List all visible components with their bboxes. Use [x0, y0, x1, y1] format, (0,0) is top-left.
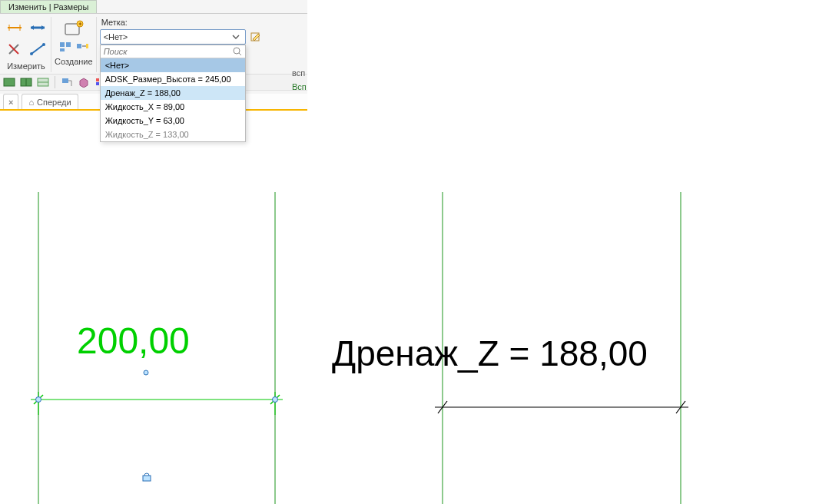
ribbon-group-create: ✦ Создание	[51, 17, 97, 72]
svg-point-41	[144, 370, 148, 375]
create-component-icon[interactable]: ✦	[61, 18, 86, 38]
right-hint: всп Всп	[292, 66, 307, 94]
drawing-canvas[interactable]: 200,00 Дренаж_Z = 188,00	[0, 169, 819, 504]
right-hint-line1: всп	[292, 66, 307, 80]
dimension-left[interactable]: 200,00	[31, 192, 283, 504]
linear-dimension-icon[interactable]	[28, 18, 48, 37]
home-icon: ⌂	[28, 98, 34, 107]
svg-point-9	[30, 52, 33, 55]
dropdown-item-none[interactable]: <Нет>	[101, 58, 245, 72]
dimension-right: Дренаж_Z = 188,00	[332, 192, 688, 504]
view-tab-front[interactable]: ⌂ Спереди	[22, 94, 78, 109]
diagonal-measure-icon[interactable]	[28, 40, 48, 58]
svg-rect-15	[66, 42, 71, 47]
svg-point-10	[42, 43, 45, 46]
svg-rect-22	[4, 78, 15, 86]
ribbon-group-measure: Измерить	[2, 17, 51, 72]
dropdown-item-zhy[interactable]: Жидкость_Y = 63,00	[101, 114, 245, 128]
dropdown-item-adsk[interactable]: ADSK_Размер_Высота = 245,00	[101, 72, 245, 86]
dim-right-text: Дренаж_Z = 188,00	[332, 333, 648, 373]
unpin-icon[interactable]	[5, 40, 25, 58]
dropdown-item-zhx[interactable]: Жидкость_X = 89,00	[101, 100, 245, 114]
view-tab-label: Спереди	[37, 98, 71, 107]
label-panel-title: Метка:	[100, 17, 303, 29]
group-label-create: Создание	[55, 55, 93, 66]
dropdown-list: <Нет> ADSK_Размер_Высота = 245,00 Дренаж…	[101, 58, 245, 141]
svg-rect-30	[96, 82, 99, 85]
qat-separator	[55, 76, 55, 88]
label-dropdown-value[interactable]: <Нет>	[100, 29, 246, 45]
close-icon: ×	[8, 98, 13, 107]
svg-rect-18	[86, 44, 88, 48]
qat-paint-icon[interactable]	[59, 75, 75, 89]
dropdown-item-zhz[interactable]: Жидкость_Z = 133,00	[101, 128, 245, 141]
qat-view-icon[interactable]	[2, 75, 17, 89]
create-group-icon[interactable]	[58, 40, 73, 54]
qat-view2-icon[interactable]	[18, 75, 34, 89]
search-icon	[233, 47, 242, 56]
qat-cube-icon[interactable]	[76, 75, 91, 89]
label-dropdown[interactable]: <Нет> <Нет>	[100, 29, 246, 45]
view-tab-close[interactable]: ×	[3, 94, 18, 109]
svg-marker-4	[31, 25, 34, 30]
align-dimension-icon[interactable]	[5, 18, 25, 37]
svg-rect-14	[60, 42, 65, 47]
unlock-grip-icon[interactable]	[143, 473, 151, 481]
svg-rect-17	[77, 44, 81, 48]
dim-left-text: 200,00	[77, 320, 190, 361]
dropdown-selected-text: <Нет>	[104, 32, 128, 41]
svg-text:✦: ✦	[77, 21, 82, 28]
edit-label-icon[interactable]	[249, 30, 263, 44]
chevron-down-icon	[230, 31, 242, 43]
svg-point-40	[273, 397, 278, 403]
group-label-measure: Измерить	[7, 60, 45, 71]
svg-line-20	[239, 53, 241, 55]
label-panel: Метка: <Нет>	[97, 17, 306, 72]
dropdown-search-input[interactable]	[104, 47, 230, 56]
create-assembly-icon[interactable]	[75, 40, 90, 54]
dropdown-item-drenazh[interactable]: Дренаж_Z = 188,00	[101, 86, 245, 100]
svg-rect-28	[96, 78, 99, 81]
svg-rect-42	[143, 476, 151, 481]
label-dropdown-panel: <Нет> ADSK_Размер_Высота = 245,00 Дренаж…	[100, 45, 246, 142]
svg-rect-27	[62, 78, 68, 83]
ribbon-tab-modify-dimensions[interactable]: Изменить | Размеры	[0, 0, 97, 13]
svg-marker-5	[41, 25, 45, 30]
svg-point-19	[234, 48, 240, 54]
svg-rect-16	[60, 48, 65, 51]
svg-line-8	[32, 45, 44, 54]
svg-point-39	[36, 397, 41, 403]
right-hint-line2: Всп	[292, 80, 307, 94]
qat-table-icon[interactable]	[35, 75, 51, 89]
